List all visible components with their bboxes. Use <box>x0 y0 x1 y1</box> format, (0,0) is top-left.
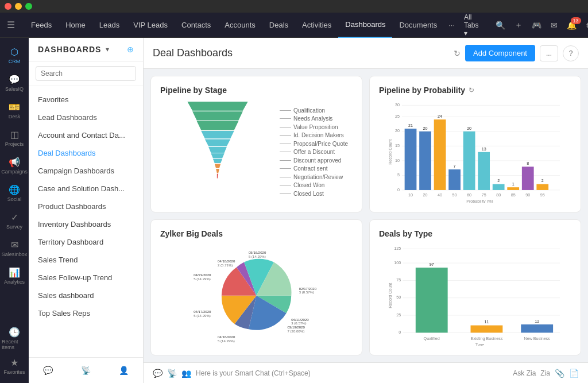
email-icon[interactable]: ✉ <box>548 18 560 32</box>
attachment-icon[interactable]: 📎 <box>555 369 564 378</box>
contacts-icon-bottom[interactable]: 👥 <box>181 369 191 378</box>
maximize-button[interactable] <box>25 3 32 10</box>
refresh-button[interactable]: ↻ <box>454 49 461 58</box>
y-axis-label: Record Count <box>388 140 393 165</box>
more-options-button[interactable]: ... <box>540 45 558 61</box>
nav-activities[interactable]: Activities <box>295 13 338 38</box>
analytics-icon: 📊 <box>9 267 20 278</box>
sidebar-icon-crm[interactable]: ⬡ CRM <box>2 42 27 68</box>
sidebar-icon-salesinbox[interactable]: ✉ SalesInbox <box>2 235 27 261</box>
header-actions: ↻ Add Component ... ? <box>454 45 579 61</box>
pie-label-0217: 02/17/2020 <box>299 287 317 290</box>
chat-icon-bottom[interactable]: 💬 <box>153 369 163 378</box>
funnel-label-negotiation: Negotiation/Review <box>280 174 353 180</box>
zylker-big-deals-title: Zylker Big Deals <box>160 229 353 238</box>
nav-sidebar-item-sales-dashboard[interactable]: Sales dashboard <box>29 287 143 304</box>
svg-text:60: 60 <box>467 193 471 198</box>
svg-text:75: 75 <box>482 193 486 198</box>
sidebar-icon-recent[interactable]: 🕒 Recent Items <box>2 326 27 351</box>
svg-text:1: 1 <box>512 182 514 187</box>
nav-home[interactable]: Home <box>59 13 92 38</box>
nav-sidebar-title: DASHBOARDS <box>38 45 101 54</box>
svg-text:10: 10 <box>395 158 400 163</box>
svg-text:5: 5 <box>397 173 400 177</box>
funnel-segment-3 <box>197 121 239 130</box>
nav-sidebar-item-territory[interactable]: Territory Dashboard <box>29 233 143 251</box>
svg-text:25: 25 <box>395 114 400 119</box>
bar-qualified <box>416 268 448 332</box>
sidebar-icon-projects[interactable]: ◫ Projects <box>2 125 27 150</box>
nav-sidebar-item-followup[interactable]: Sales Follow-up Trend <box>29 269 143 287</box>
contacts-icon[interactable]: 👤 <box>115 362 132 378</box>
sidebar-icon-social[interactable]: 🌐 Social <box>2 180 27 206</box>
nav-sidebar-item-campaign[interactable]: Campaign Dashboards <box>29 162 143 180</box>
nav-sidebar-dropdown-icon[interactable]: ▾ <box>106 45 109 53</box>
sidebar-icon-survey[interactable]: ✓ Survey <box>2 208 27 233</box>
nav-sidebar-item-product[interactable]: Product Dashboards <box>29 198 143 215</box>
pipeline-by-stage-title: Pipeline by Stage <box>160 86 353 95</box>
nav-sidebar-item-favorites[interactable]: Favorites <box>29 91 143 109</box>
sidebar-icon-desk[interactable]: 🎫 Desk <box>2 98 27 123</box>
nav-sidebar-item-inventory[interactable]: Inventory Dashboards <box>29 215 143 233</box>
gamepad-icon[interactable]: 🎮 <box>529 18 544 32</box>
pie-sublabel-0423: 5 (14.29%) <box>194 277 211 280</box>
nav-dashboards[interactable]: Dashboards <box>338 13 392 38</box>
content-header: Deal Dashboards ↻ Add Component ... ? <box>144 38 588 69</box>
svg-text:50: 50 <box>452 193 457 198</box>
pie-sublabel-0217: 3 (8.57%) <box>299 291 314 294</box>
nav-accounts[interactable]: Accounts <box>218 13 262 38</box>
svg-text:11: 11 <box>484 320 489 324</box>
probability-refresh-icon[interactable]: ↻ <box>469 86 474 94</box>
svg-text:97: 97 <box>430 262 434 266</box>
settings-icon[interactable]: ⚙ <box>583 18 588 32</box>
nav-sidebar-item-account[interactable]: Account and Contact Da... <box>29 126 143 144</box>
nav-leads[interactable]: Leads <box>92 13 126 38</box>
channels-icon[interactable]: 📡 <box>78 362 94 378</box>
bar-90 <box>522 167 534 190</box>
help-button[interactable]: ? <box>563 45 579 61</box>
pie-svg: 02/17/2020 3 (8.57%) 03/19/2020 7 (20.00… <box>160 245 353 346</box>
svg-text:0: 0 <box>399 330 401 334</box>
projects-icon: ◫ <box>10 129 19 140</box>
svg-text:New Business: New Business <box>524 336 551 341</box>
sidebar-icon-campaigns[interactable]: 📢 Campaigns <box>2 153 27 178</box>
sidebar-icon-analytics[interactable]: 📊 Analytics <box>2 263 27 288</box>
nav-more-button[interactable]: ··· <box>444 13 459 38</box>
hamburger-menu[interactable]: ☰ <box>7 20 15 30</box>
probability-chart-area: Record Count 0 5 10 15 20 25 30 <box>379 102 571 203</box>
funnel-labels: Qualification Needs Analysis Value Propo… <box>280 102 353 203</box>
nav-sidebar-item-lead[interactable]: Lead Dashboards <box>29 109 143 126</box>
minimize-button[interactable] <box>15 3 22 10</box>
sidebar-icon-salesiq[interactable]: 💬 SalesIQ <box>2 70 27 95</box>
nav-vip-leads[interactable]: VIP Leads <box>126 13 175 38</box>
nav-sidebar-item-deal[interactable]: Deal Dashboards <box>29 144 143 162</box>
nav-sidebar-add-button[interactable]: ⊕ <box>127 45 134 54</box>
nav-deals[interactable]: Deals <box>262 13 295 38</box>
nav-feeds[interactable]: Feeds <box>24 13 59 38</box>
nav-right-section: All Tabs ▾ 🔍 ＋ 🎮 ✉ 🔔 13 ⚙ Z <box>459 11 588 40</box>
svg-text:7: 7 <box>454 164 456 169</box>
nav-sidebar-item-top-sales[interactable]: Top Sales Reps <box>29 304 143 322</box>
all-tabs-button[interactable]: All Tabs ▾ <box>459 11 488 40</box>
search-input[interactable] <box>36 66 136 81</box>
channels-icon-bottom[interactable]: 📡 <box>167 369 177 378</box>
close-button[interactable] <box>5 3 11 10</box>
chat-icon[interactable]: 💬 <box>40 362 56 378</box>
sidebar-icon-favorites[interactable]: ★ Favorites <box>2 353 27 378</box>
nav-documents[interactable]: Documents <box>392 13 444 38</box>
notification-icon[interactable]: 🔔 13 <box>564 18 579 32</box>
nav-sidebar-search <box>29 61 143 86</box>
bar-50 <box>448 169 461 190</box>
add-component-button[interactable]: Add Component <box>465 45 535 61</box>
nav-sidebar: DASHBOARDS ▾ ⊕ Favorites Lead Dashboards… <box>29 38 144 383</box>
bar-existing <box>471 325 503 332</box>
add-icon[interactable]: ＋ <box>512 18 525 33</box>
nav-sidebar-item-sales-trend[interactable]: Sales Trend <box>29 251 143 269</box>
bar-75 <box>478 152 490 190</box>
nav-sidebar-item-case[interactable]: Case and Solution Dash... <box>29 180 143 198</box>
search-icon[interactable]: 🔍 <box>493 18 508 32</box>
nav-bar: ☰ Feeds Home Leads VIP Leads Contacts Ac… <box>0 13 588 38</box>
document-icon[interactable]: 📄 <box>569 369 579 378</box>
nav-contacts[interactable]: Contacts <box>175 13 218 38</box>
ask-zia-button[interactable]: Ask Zia <box>513 369 536 377</box>
